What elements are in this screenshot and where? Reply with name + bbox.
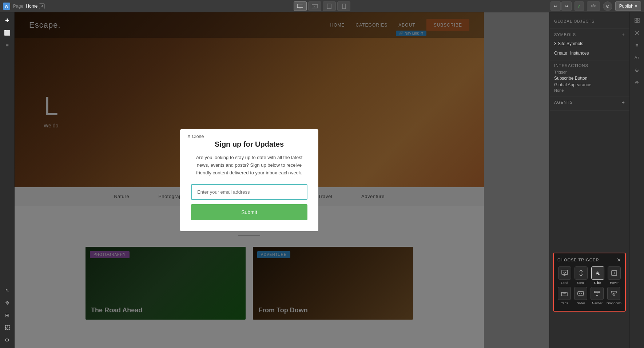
view-switcher xyxy=(294,1,350,11)
chevron-down-icon: ▾ xyxy=(635,4,637,9)
page-name: Home xyxy=(26,4,37,9)
add-agent-button[interactable]: + xyxy=(622,99,625,105)
agents-heading: Agents + xyxy=(554,99,625,105)
symbol-actions: Create Instances xyxy=(554,49,625,57)
trigger-click[interactable]: Click xyxy=(591,266,605,285)
trigger-hover-label: Hover xyxy=(610,281,619,285)
user-button[interactable]: ⊙ xyxy=(603,1,612,11)
pages-icon[interactable]: ⬜ xyxy=(2,28,12,38)
trigger-hover[interactable]: Hover xyxy=(607,266,622,285)
svg-rect-15 xyxy=(562,270,568,274)
trigger-tabs-icon xyxy=(558,287,571,300)
add-symbol-button[interactable]: + xyxy=(622,32,625,37)
trigger-slider-label: Slider xyxy=(577,301,585,305)
global-objects-heading: Global Objects xyxy=(554,19,625,23)
create-label[interactable]: Create xyxy=(554,49,567,57)
instances-label: Instances xyxy=(570,49,589,57)
trigger-label: Trigger xyxy=(554,70,625,74)
trigger-grid-row2: Tabs Slider Navbar Dropdown xyxy=(557,287,621,305)
trigger-hover-icon xyxy=(608,266,621,280)
far-right-icon-3[interactable]: ≡ xyxy=(632,40,642,50)
svg-rect-11 xyxy=(635,21,637,23)
svg-rect-21 xyxy=(594,291,600,293)
sidebar-bottom-icons: ↖ ✥ ⊞ 🖼 ⚙ xyxy=(2,285,12,345)
trigger-scroll[interactable]: Scroll xyxy=(574,266,589,285)
trigger-scroll-icon xyxy=(575,266,588,280)
trigger-popup-header: CHOOSE TRIGGER ✕ xyxy=(557,257,621,263)
far-right-icon-6[interactable]: ⊖ xyxy=(632,77,642,87)
main-layout: ✚ ⬜ ≡ ↖ ✥ ⊞ 🖼 ⚙ Escape. HOME CATEGORIES xyxy=(0,12,644,348)
symbols-label: Symbols xyxy=(554,32,576,37)
svg-rect-22 xyxy=(611,291,616,293)
trigger-dropdown-label: Dropdown xyxy=(607,301,621,305)
page-info: Page: Home ↺ xyxy=(13,3,45,9)
modal-overlay[interactable]: X Close Sign up for Updates Are you look… xyxy=(15,12,484,348)
trigger-click-icon xyxy=(591,266,604,280)
image-tool-icon[interactable]: 🖼 xyxy=(2,323,12,333)
trigger-tabs-label: Tabs xyxy=(561,301,568,305)
svg-point-4 xyxy=(314,6,315,7)
page-label: Page: xyxy=(13,4,24,9)
trigger-dropdown-icon xyxy=(607,287,620,300)
settings-icon[interactable]: ⚙ xyxy=(2,335,12,345)
trigger-dropdown[interactable]: Dropdown xyxy=(607,287,621,305)
none-label: None xyxy=(554,88,625,92)
trigger-navbar[interactable]: Navbar xyxy=(590,287,604,305)
redo-button[interactable]: ↪ xyxy=(561,1,572,11)
desktop-view-button[interactable] xyxy=(294,1,307,11)
svg-rect-19 xyxy=(564,292,565,293)
publish-button[interactable]: Publish ▾ xyxy=(615,1,641,11)
trigger-tabs[interactable]: Tabs xyxy=(557,287,572,305)
submit-button[interactable]: Submit xyxy=(191,204,307,220)
choose-trigger-popup: CHOOSE TRIGGER ✕ Load Scroll Click xyxy=(553,253,626,312)
trigger-grid-row1: Load Scroll Click Hover xyxy=(557,266,621,285)
left-sidebar: ✚ ⬜ ≡ ↖ ✥ ⊞ 🖼 ⚙ xyxy=(0,12,15,348)
svg-rect-9 xyxy=(635,18,637,20)
far-right-icon-5[interactable]: ⊕ xyxy=(632,65,642,75)
mobile-view-button[interactable] xyxy=(337,1,350,11)
email-input[interactable] xyxy=(191,184,307,200)
modal-title: Sign up for Updates xyxy=(191,140,307,149)
far-right-toolbar: ≡ A↑ ⊕ ⊖ xyxy=(629,12,644,348)
tablet-landscape-view-button[interactable] xyxy=(308,1,321,11)
trigger-click-label: Click xyxy=(594,281,601,285)
modal-close-button[interactable]: X Close xyxy=(187,134,204,139)
far-right-icon-4[interactable]: A↑ xyxy=(632,52,642,63)
toolbar-right: ↩ ↪ ✓ </> ⊙ Publish ▾ xyxy=(550,1,641,11)
undo-button[interactable]: ↩ xyxy=(550,1,561,11)
trigger-slider-icon xyxy=(574,287,587,300)
svg-point-6 xyxy=(329,8,330,8)
svg-rect-12 xyxy=(637,21,639,23)
undo-redo-group: ↩ ↪ xyxy=(550,1,572,11)
cursor-icon[interactable]: ↖ xyxy=(2,285,12,296)
code-button[interactable]: </> xyxy=(587,1,600,11)
subscribe-btn-label: Subscribe Button xyxy=(554,76,625,81)
add-element-icon[interactable]: ✚ xyxy=(2,15,12,25)
refresh-button[interactable]: ↺ xyxy=(39,3,45,9)
publish-label: Publish xyxy=(619,4,633,9)
trigger-navbar-label: Navbar xyxy=(592,301,603,305)
svg-rect-20 xyxy=(578,292,584,295)
symbols-heading: Symbols + xyxy=(554,32,625,37)
grid-tool-icon[interactable]: ⊞ xyxy=(2,310,12,320)
svg-point-8 xyxy=(343,8,344,8)
check-button[interactable]: ✓ xyxy=(575,1,584,11)
site-symbols-item[interactable]: 3 Site Symbols xyxy=(554,40,625,48)
interactions-heading: Interactions xyxy=(554,63,625,68)
move-tool-icon[interactable]: ✥ xyxy=(2,298,12,308)
svg-rect-18 xyxy=(561,292,563,293)
trigger-popup-close-button[interactable]: ✕ xyxy=(617,257,621,263)
trigger-load-label: Load xyxy=(561,281,568,285)
modal-description: Are you looking to stay up to date with … xyxy=(191,154,307,177)
trigger-slider[interactable]: Slider xyxy=(574,287,588,305)
trigger-scroll-label: Scroll xyxy=(577,281,585,285)
far-right-icon-1[interactable] xyxy=(632,15,642,25)
choose-trigger-label: CHOOSE TRIGGER xyxy=(557,258,599,262)
layers-icon[interactable]: ≡ xyxy=(2,40,12,50)
global-objects-section: Global Objects xyxy=(550,16,629,29)
interactions-section: Interactions Trigger Subscribe Button Gl… xyxy=(550,60,629,96)
far-right-icon-2[interactable] xyxy=(632,28,642,38)
svg-rect-10 xyxy=(637,18,639,20)
trigger-load[interactable]: Load xyxy=(557,266,572,285)
tablet-view-button[interactable] xyxy=(323,1,336,11)
